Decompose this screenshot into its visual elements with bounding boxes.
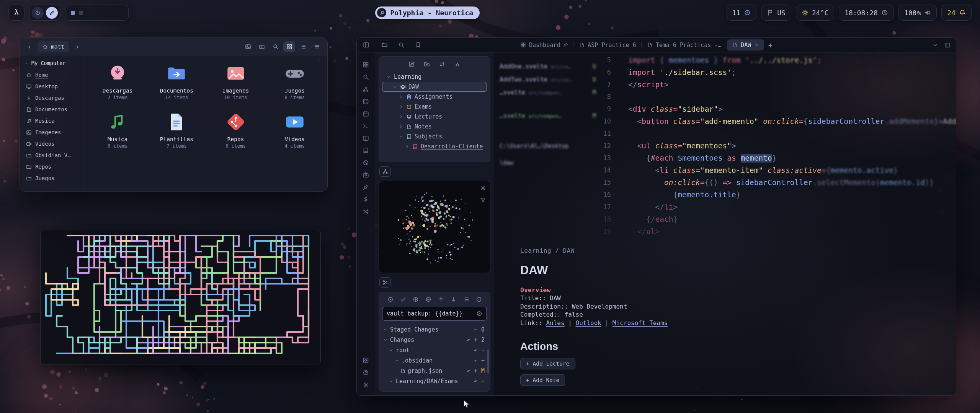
book-icon[interactable] xyxy=(360,144,372,156)
folder-documentos[interactable]: Documentos14 items xyxy=(147,62,206,100)
menu-icon[interactable] xyxy=(311,41,323,52)
unstage-all-icon[interactable] xyxy=(425,296,431,302)
link-microsoft-teams[interactable]: Microsoft Teams xyxy=(612,319,668,327)
note-breadcrumb[interactable]: Learning / DAW xyxy=(520,247,956,254)
new-note-icon[interactable] xyxy=(408,61,415,67)
collapse-all-icon[interactable] xyxy=(454,61,461,67)
undo-action-icon[interactable]: ↶ xyxy=(467,337,470,343)
shuffle-icon[interactable] xyxy=(360,205,372,218)
sidebar-item-musica[interactable]: Musica xyxy=(23,115,82,127)
view-list-icon[interactable] xyxy=(297,41,309,52)
pipes-terminal-window[interactable] xyxy=(40,230,321,364)
check-icon[interactable] xyxy=(400,296,406,302)
tab-tema-6-pr-cticas[interactable]: Tema 6 Prácticas -… xyxy=(642,39,727,50)
graph-icon[interactable] xyxy=(360,83,372,95)
folder-descargas[interactable]: Descargas2 items xyxy=(88,62,147,100)
tree-item-subjects[interactable]: Subjects xyxy=(382,132,487,141)
graph-collapse-icon[interactable] xyxy=(379,166,391,177)
close-icon[interactable] xyxy=(754,42,759,47)
bookmarks-tab-icon[interactable] xyxy=(415,42,421,48)
changes-list-icon[interactable] xyxy=(463,296,469,302)
tab-dashboard[interactable]: Dashboard xyxy=(515,39,573,50)
plus-action-icon[interactable]: + xyxy=(474,367,477,374)
git-row-staged-changes[interactable]: Staged Changes−0 xyxy=(382,324,487,335)
sidebar-item-home[interactable]: Home xyxy=(23,69,82,81)
sidebar-item-documentos[interactable]: Documentos xyxy=(23,104,82,115)
settings-icon[interactable] xyxy=(360,379,372,391)
breadcrumb[interactable]: matt xyxy=(38,41,69,52)
folder-juegos[interactable]: Juegos8 items xyxy=(265,62,324,100)
tab-daw[interactable]: DAW xyxy=(727,39,764,50)
scrollbar[interactable] xyxy=(487,350,489,373)
git-row-graph-json[interactable]: graph.json↶+M xyxy=(382,366,487,376)
tree-item-desarrollo-cliente[interactable]: Desarrollo-Cliente xyxy=(382,141,487,151)
plus-action-icon[interactable]: + xyxy=(481,347,485,354)
tree-item-lectures[interactable]: Lectures xyxy=(382,112,487,122)
keyboard-layout-pill[interactable]: US xyxy=(761,5,791,21)
sidebar-item-repos[interactable]: Repos xyxy=(23,161,82,172)
terminal-icon[interactable] xyxy=(360,120,372,132)
weather-pill[interactable]: 24°C xyxy=(796,5,834,21)
code-editor[interactable]: 5import { mementoes } from '../../store.… xyxy=(494,52,956,237)
vault-switch-icon[interactable] xyxy=(360,354,372,366)
folder-videos[interactable]: Videos4 items xyxy=(265,111,324,149)
push-icon[interactable] xyxy=(438,296,444,302)
random-note-icon[interactable] xyxy=(360,95,372,107)
workspace-marker[interactable] xyxy=(71,11,75,15)
launcher-button[interactable]: λ xyxy=(8,5,24,21)
folder-musica[interactable]: Musica6 items xyxy=(88,111,147,149)
power-button[interactable] xyxy=(32,7,44,19)
camera-icon[interactable] xyxy=(360,169,372,181)
tree-item-learning[interactable]: Learning xyxy=(382,72,487,82)
git-row-changes[interactable]: Changes↶+2 xyxy=(382,335,487,345)
tree-item-assignments[interactable]: Assignments xyxy=(382,92,487,102)
undo-action-icon[interactable]: ↶ xyxy=(474,357,477,364)
currency-icon[interactable] xyxy=(360,193,372,205)
new-folder-icon[interactable] xyxy=(424,61,430,67)
unlink-icon[interactable] xyxy=(360,156,372,169)
folder-repos[interactable]: Repos6 items xyxy=(206,111,265,149)
link-aules[interactable]: Aules xyxy=(546,319,564,327)
search-icon[interactable] xyxy=(270,41,281,52)
commit-message-input[interactable]: vault backup: {{date}} xyxy=(382,307,487,320)
sort-icon[interactable] xyxy=(439,61,445,67)
graph-filter-icon[interactable] xyxy=(480,197,486,203)
tab-list-icon[interactable] xyxy=(932,42,938,48)
clock-pill[interactable]: 18:08:28 xyxy=(839,5,894,21)
git-collapse-icon[interactable] xyxy=(379,277,391,288)
tree-item-notes[interactable]: Notes xyxy=(382,122,487,132)
minus-action-icon[interactable]: − xyxy=(474,326,477,333)
sidebar-item-juegos[interactable]: Juegos xyxy=(23,172,82,184)
files-tab-icon[interactable] xyxy=(381,42,388,48)
tree-item-exams[interactable]: Exams xyxy=(382,102,487,112)
stage-all-icon[interactable] xyxy=(413,296,419,302)
undo-action-icon[interactable]: ↶ xyxy=(467,367,470,374)
graph-view[interactable] xyxy=(379,181,490,273)
link-outlook[interactable]: Outlook xyxy=(576,319,601,327)
daily-note-icon[interactable] xyxy=(360,107,372,120)
notes-button[interactable] xyxy=(46,7,58,19)
sidebar-item-obsidian-v[interactable]: Obsidian V… xyxy=(23,150,82,161)
plus-action-icon[interactable]: + xyxy=(481,357,485,364)
pin-icon[interactable] xyxy=(360,181,372,193)
sidebar-toggle-icon[interactable] xyxy=(363,42,369,48)
sidebar-header[interactable]: My Computer xyxy=(23,59,82,69)
git-row-root[interactable]: root↶+ xyxy=(382,345,487,355)
workspace-marker[interactable] xyxy=(79,11,83,15)
graph-settings-icon[interactable] xyxy=(480,185,486,191)
action-button-add-note[interactable]: + Add Note xyxy=(520,374,565,386)
plus-action-icon[interactable]: + xyxy=(474,337,477,343)
sidebar-item-imagenes[interactable]: Imagenes xyxy=(23,127,82,138)
undo-action-icon[interactable]: ↶ xyxy=(474,347,477,354)
folder-plantillas[interactable]: Plantillas7 items xyxy=(147,111,206,149)
undo-action-icon[interactable]: ↶ xyxy=(474,378,477,385)
commit-icon[interactable] xyxy=(387,296,394,302)
forward-button[interactable]: › xyxy=(72,41,82,52)
view-grid-icon[interactable] xyxy=(283,41,295,52)
now-playing-widget[interactable]: Polyphia - Neurotica xyxy=(375,7,480,19)
git-row-learning-daw-exams[interactable]: Learning/DAW/Exams↶+ xyxy=(382,376,487,386)
tab-asp-practice-6[interactable]: ASP Practice 6 xyxy=(574,39,641,50)
tree-item-daw[interactable]: DAW xyxy=(382,82,487,92)
sidebar-item-desktop[interactable]: Desktop xyxy=(23,81,82,92)
action-button-add-lecture[interactable]: + Add Lecture xyxy=(520,358,575,369)
